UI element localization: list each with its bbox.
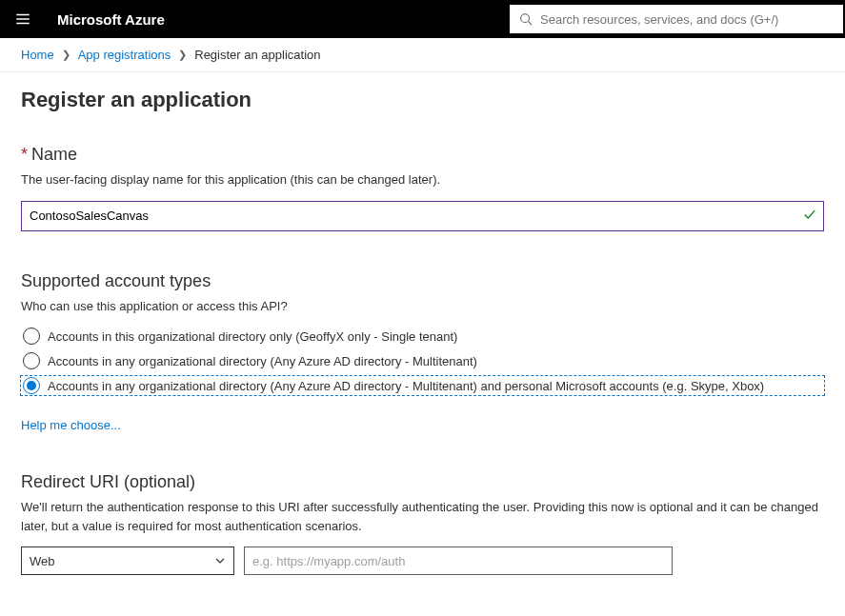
redirect-uri-input[interactable]: [244, 546, 673, 575]
name-input-wrapper: [21, 201, 824, 231]
breadcrumb-home[interactable]: Home: [21, 48, 54, 62]
svg-point-3: [521, 14, 530, 23]
chevron-right-icon: ❯: [62, 49, 70, 61]
account-types-description: Who can use this application or access t…: [21, 297, 824, 316]
required-star-icon: *: [21, 145, 28, 164]
redirect-type-value: Web: [30, 554, 55, 568]
main-content: Register an application *Name The user-f…: [0, 72, 845, 613]
global-search[interactable]: [510, 5, 843, 33]
name-section: *Name The user-facing display name for t…: [21, 145, 824, 231]
redirect-type-select-wrapper: Web: [21, 546, 234, 575]
svg-line-4: [529, 22, 533, 26]
radio-label: Accounts in this organizational director…: [48, 329, 457, 344]
search-input[interactable]: [540, 12, 834, 27]
brand-label: Microsoft Azure: [46, 11, 176, 28]
name-description: The user-facing display name for this ap…: [21, 170, 824, 189]
redirect-uri-section: Redirect URI (optional) We'll return the…: [21, 472, 824, 575]
radio-icon: [23, 377, 40, 394]
account-type-radio-multitenant-personal[interactable]: Accounts in any organizational directory…: [21, 376, 824, 395]
hamburger-icon: [14, 10, 31, 28]
redirect-description: We'll return the authentication response…: [21, 498, 824, 535]
name-heading: *Name: [21, 145, 824, 165]
account-type-radio-multitenant[interactable]: Accounts in any organizational directory…: [21, 351, 824, 370]
chevron-right-icon: ❯: [178, 49, 187, 61]
radio-icon: [23, 352, 40, 369]
hamburger-menu-button[interactable]: [0, 0, 46, 38]
help-me-choose-link[interactable]: Help me choose...: [21, 418, 121, 432]
page-title: Register an application: [21, 88, 824, 112]
radio-label: Accounts in any organizational directory…: [48, 379, 764, 393]
radio-label: Accounts in any organizational directory…: [48, 354, 477, 368]
redirect-heading: Redirect URI (optional): [21, 472, 824, 492]
app-name-input[interactable]: [21, 201, 824, 231]
account-types-heading: Supported account types: [21, 271, 824, 291]
redirect-type-select[interactable]: Web: [21, 546, 234, 575]
radio-icon: [23, 328, 40, 345]
account-types-section: Supported account types Who can use this…: [21, 271, 824, 433]
checkmark-icon: [803, 208, 816, 224]
account-type-radio-single-tenant[interactable]: Accounts in this organizational director…: [21, 327, 824, 346]
redirect-row: Web: [21, 546, 824, 575]
breadcrumb-current: Register an application: [194, 48, 320, 62]
breadcrumb: Home ❯ App registrations ❯ Register an a…: [0, 38, 845, 72]
chevron-down-icon: [214, 555, 226, 566]
top-bar: Microsoft Azure: [0, 0, 845, 38]
breadcrumb-app-registrations[interactable]: App registrations: [78, 48, 171, 62]
name-heading-text: Name: [31, 145, 77, 164]
search-icon: [519, 12, 533, 26]
